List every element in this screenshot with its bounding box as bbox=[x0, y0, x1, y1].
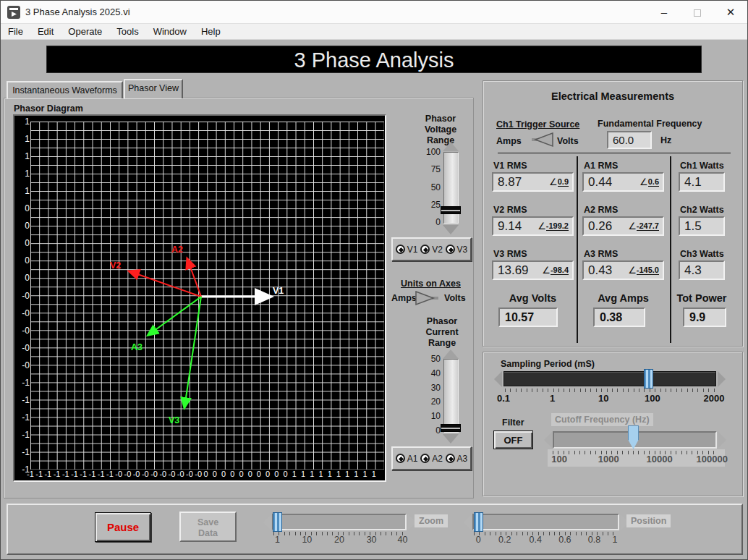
zoom-slider-track[interactable] bbox=[272, 514, 407, 530]
save-data-button[interactable]: Save Data bbox=[179, 512, 237, 542]
zoom-slider-left-arrow[interactable] bbox=[263, 514, 271, 530]
slider-scale-label: 0.4 bbox=[530, 535, 542, 545]
y-axis-label: 0 bbox=[16, 273, 30, 283]
sampling-slider-thumb[interactable] bbox=[644, 369, 653, 389]
measurement-value: 4.1 bbox=[684, 175, 702, 190]
current-slider-track[interactable] bbox=[443, 359, 459, 433]
x-axis-label: 1 bbox=[301, 470, 305, 478]
close-button[interactable]: ✕ bbox=[714, 1, 747, 24]
measurement-label-v1-rms: V1 RMS bbox=[493, 161, 527, 171]
voltage-slider-thumb[interactable] bbox=[441, 206, 461, 214]
phasor-label-a2: A2 bbox=[171, 245, 183, 255]
slider-scale-label: 1 bbox=[550, 393, 555, 404]
menu-bar: FileEditOperateToolsWindowHelp bbox=[1, 24, 747, 40]
fundamental-frequency-field[interactable]: 60.0 bbox=[607, 131, 652, 149]
phasor-vector-v2 bbox=[129, 271, 201, 297]
x-axis-label: 0 bbox=[284, 470, 288, 478]
current-slider-thumb[interactable] bbox=[441, 424, 461, 432]
angle-value: -199.2 bbox=[546, 221, 569, 231]
units-on-axes-label: Units on Axes bbox=[401, 279, 461, 289]
slider-scale-label: 1 bbox=[612, 535, 617, 545]
current-radio-label: A3 bbox=[457, 454, 468, 464]
cutoff-slider-left-arrow[interactable] bbox=[544, 432, 552, 448]
menu-help[interactable]: Help bbox=[194, 24, 228, 40]
angle-icon: ∠ bbox=[537, 221, 546, 231]
x-axis-label: 0 bbox=[213, 470, 217, 478]
maximize-button[interactable] bbox=[681, 1, 714, 24]
position-slider-left-arrow[interactable] bbox=[464, 514, 472, 530]
voltage-radio-v3[interactable]: V3 bbox=[446, 245, 468, 255]
measurement-label-v2-rms: V2 RMS bbox=[493, 205, 527, 215]
radio-dot-icon bbox=[449, 247, 454, 253]
measurement-angle: ∠-145.0 bbox=[628, 266, 659, 275]
fundamental-frequency-label: Fundamental Frequency bbox=[598, 119, 702, 129]
menu-operate[interactable]: Operate bbox=[61, 24, 109, 40]
measurement-field-ch3-watts: 4.3 bbox=[679, 260, 725, 280]
current-slider-increment-arrow[interactable] bbox=[443, 349, 459, 359]
voltage-slider-decrement-arrow[interactable] bbox=[443, 225, 459, 234]
y-axis-label: 1 bbox=[16, 151, 30, 161]
current-radio-a1[interactable]: A1 bbox=[396, 454, 418, 464]
measurement-angle: ∠-98.4 bbox=[542, 266, 569, 275]
slider-tick-label: 20 bbox=[419, 396, 441, 407]
x-axis-label: 0 bbox=[265, 470, 270, 478]
current-radio-a2[interactable]: A2 bbox=[420, 454, 443, 464]
measurement-field-ch2-watts: 1.5 bbox=[679, 216, 725, 236]
filter-off-button[interactable]: OFF bbox=[493, 430, 533, 449]
measurement-value: 1.5 bbox=[684, 219, 702, 234]
measurement-label-ch1-watts: Ch1 Watts bbox=[680, 161, 724, 171]
slider-tick-label: 25 bbox=[419, 200, 441, 210]
slider-tick-label: 30 bbox=[419, 383, 441, 393]
current-radio-a3[interactable]: A3 bbox=[446, 454, 468, 464]
phasor-diagram-label: Phasor Diagram bbox=[14, 103, 83, 114]
position-slider-thumb[interactable] bbox=[474, 512, 483, 532]
minimize-button[interactable]: – bbox=[647, 1, 681, 24]
slider-tick-label: 0 bbox=[419, 425, 441, 436]
position-slider-track[interactable] bbox=[472, 514, 619, 530]
x-axis-label: -1 bbox=[35, 470, 43, 478]
voltage-slider-increment-arrow[interactable] bbox=[443, 142, 459, 151]
angle-value: -145.0 bbox=[637, 266, 659, 275]
radio-icon bbox=[396, 245, 405, 254]
pause-button[interactable]: Pause bbox=[95, 512, 151, 542]
y-axis-label: 0 bbox=[16, 255, 30, 266]
sampling-slider-left-arrow[interactable] bbox=[494, 371, 502, 387]
measurement-label-ch3-watts: Ch3 Watts bbox=[680, 249, 724, 259]
slider-scale-label: 10 bbox=[302, 535, 312, 545]
x-axis-label: 0 bbox=[248, 470, 252, 478]
phasor-vector-v3 bbox=[184, 297, 201, 407]
angle-value: 0.6 bbox=[648, 177, 659, 187]
footer-bar: Pause Save Data 110203040 Zoom 00.20.40.… bbox=[7, 504, 743, 555]
radio-icon bbox=[420, 454, 430, 463]
measurement-field-v3-rms: 13.69∠-98.4 bbox=[492, 260, 574, 280]
tab-instantaneous-waveforms[interactable]: Instantaneous Waveforms bbox=[7, 81, 123, 98]
slider-scale-label: 0.1 bbox=[497, 393, 510, 404]
trigger-source-switch[interactable] bbox=[530, 132, 556, 148]
measurement-value: 4.3 bbox=[684, 263, 702, 278]
filter-label: Filter bbox=[502, 417, 524, 428]
cutoff-slider-right-arrow[interactable] bbox=[718, 432, 726, 448]
menu-tools[interactable]: Tools bbox=[109, 24, 145, 40]
measurement-field-ch1-watts: 4.1 bbox=[679, 172, 725, 192]
phasor-label-v2: V2 bbox=[110, 260, 121, 271]
voltage-radio-v2[interactable]: V2 bbox=[420, 245, 443, 255]
slider-scale-label: 40 bbox=[397, 535, 407, 545]
x-axis-label: -1 bbox=[62, 470, 69, 478]
angle-value: -98.4 bbox=[551, 266, 569, 275]
menu-edit[interactable]: Edit bbox=[30, 24, 61, 40]
y-axis-label: -1 bbox=[16, 447, 30, 457]
slider-scale-label: 0.6 bbox=[558, 535, 571, 545]
sampling-slider-right-arrow[interactable] bbox=[718, 371, 726, 387]
menu-window[interactable]: Window bbox=[146, 24, 194, 40]
current-slider-decrement-arrow[interactable] bbox=[443, 434, 459, 444]
angle-icon: ∠ bbox=[628, 221, 637, 231]
sampling-slider-track[interactable] bbox=[503, 371, 716, 386]
x-axis-label: -0 bbox=[115, 470, 122, 478]
tab-phasor-view[interactable]: Phasor View bbox=[124, 79, 183, 98]
phasor-diagram-plot: 1111100000-0-0-0-0-0-1-1-1-1-1-1 V1V2A2A… bbox=[13, 114, 386, 482]
units-switch[interactable] bbox=[415, 290, 439, 306]
voltage-radio-v1[interactable]: V1 bbox=[396, 245, 418, 255]
x-axis-label: 0 bbox=[204, 470, 208, 478]
zoom-slider-thumb[interactable] bbox=[273, 512, 282, 532]
menu-file[interactable]: File bbox=[1, 24, 30, 40]
